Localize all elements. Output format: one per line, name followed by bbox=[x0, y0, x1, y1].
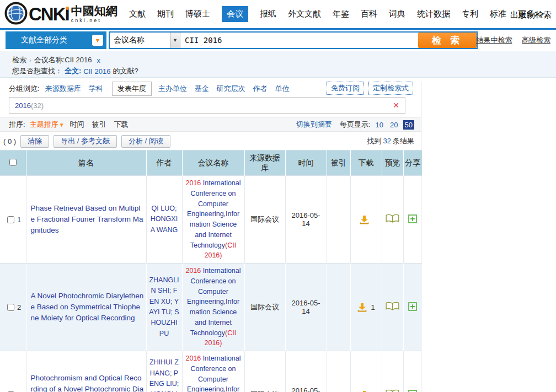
suggestion-prefix: 您是否想查找： bbox=[12, 66, 62, 76]
group-author[interactable]: 作者 bbox=[253, 84, 268, 94]
result-count-note: 找到32条结果 bbox=[367, 136, 414, 146]
free-subscribe-button[interactable]: 免费订阅 bbox=[327, 82, 364, 95]
group-year-selected[interactable]: 发表年度 bbox=[112, 82, 152, 96]
conference-link[interactable]: 2016 International Conference on Compute… bbox=[185, 179, 240, 259]
nav-dictionary[interactable]: 词典 bbox=[389, 9, 405, 19]
per-page-50-active[interactable]: 50 bbox=[403, 120, 414, 130]
cited-value bbox=[327, 176, 350, 264]
nav-encyclopedia[interactable]: 百科 bbox=[361, 9, 377, 19]
analyze-read-button[interactable]: 分析 / 阅读 bbox=[121, 135, 170, 148]
year-filter-box: 2016 (32) ✕ bbox=[9, 97, 405, 114]
paper-title-link[interactable]: A Novel Photochromic Diarylethene Based … bbox=[29, 291, 144, 324]
clear-selection-button[interactable]: 清除 bbox=[20, 135, 49, 148]
download-icon[interactable] bbox=[359, 215, 370, 224]
switch-to-summary-link[interactable]: 切换到摘要 bbox=[296, 120, 332, 130]
conference-link[interactable]: 2016 International Conference on Compute… bbox=[185, 267, 240, 347]
paper-title-link[interactable]: Photochromism and Optical Recording of a… bbox=[29, 373, 144, 392]
suggestion-term[interactable]: CII 2016 bbox=[83, 67, 110, 76]
paper-title-link[interactable]: Phase Retrieval Based on Multiple Fracti… bbox=[29, 203, 144, 237]
group-institution[interactable]: 单位 bbox=[275, 84, 290, 94]
group-research-level[interactable]: 研究层次 bbox=[217, 84, 245, 94]
download-icon[interactable] bbox=[357, 303, 367, 312]
row-checkbox[interactable] bbox=[7, 304, 14, 311]
nav-yearbooks[interactable]: 年鉴 bbox=[333, 9, 349, 19]
search-in-results-link[interactable]: 结果中检索 bbox=[476, 36, 512, 44]
download-icon[interactable] bbox=[359, 390, 370, 392]
search-bar: 文献全部分类 ▼ 会议名称 ▼ 检 索 结果中检索 高级检索 bbox=[0, 30, 556, 51]
nav-conferences-active[interactable]: 会议 bbox=[222, 6, 248, 22]
brand-dot bbox=[66, 7, 69, 10]
nav-literature[interactable]: 文献 bbox=[129, 9, 146, 19]
date-value: 2016-05-14 bbox=[285, 176, 327, 264]
publication-search-link[interactable]: 出版物检索 bbox=[500, 10, 552, 20]
advanced-search-link[interactable]: 高级检索 bbox=[522, 36, 550, 44]
sort-by-cited[interactable]: 被引 bbox=[92, 120, 106, 130]
category-dropdown[interactable]: 文献全部分类 ▼ bbox=[6, 31, 106, 49]
remove-filter-link[interactable]: x bbox=[97, 56, 100, 65]
top-nav: 文献 期刊 博硕士 会议 报纸 外文文献 年鉴 百科 词典 统计数据 专利 标准… bbox=[129, 6, 544, 22]
table-header-row: 篇名 作者 会议名称 来源数据库 时间 被引 下载 预览 分享 bbox=[0, 151, 422, 176]
cnki-chinese-name: 中國知網 bbox=[71, 5, 117, 18]
nav-statistics[interactable]: 统计数据 bbox=[417, 9, 450, 19]
breadcrumb-root[interactable]: 检索 bbox=[12, 55, 26, 65]
nav-foreign-literature[interactable]: 外文文献 bbox=[288, 9, 321, 19]
group-fund[interactable]: 基金 bbox=[195, 84, 209, 94]
custom-search-button[interactable]: 定制检索式 bbox=[368, 82, 413, 95]
col-time: 时间 bbox=[285, 151, 327, 176]
search-field-select[interactable]: 会议名称 ▼ bbox=[110, 33, 180, 48]
source-db-value: 国际会议 bbox=[244, 176, 285, 264]
cnki-globe-icon bbox=[4, 2, 28, 27]
result-suffix: 条结果 bbox=[393, 137, 414, 145]
chevron-down-icon[interactable]: ▼ bbox=[92, 35, 103, 46]
col-source-db: 来源数据库 bbox=[244, 151, 285, 176]
select-all-checkbox[interactable] bbox=[9, 159, 17, 166]
conference-link[interactable]: 2016 International Conference on Compute… bbox=[185, 355, 240, 392]
cnki-logo[interactable]: CNKI 中國知網 cnki.net bbox=[4, 2, 119, 27]
search-button[interactable]: 检 索 bbox=[418, 33, 477, 48]
group-source-db[interactable]: 来源数据库 bbox=[45, 84, 81, 94]
group-organizer[interactable]: 主办单位 bbox=[158, 84, 187, 94]
search-control: 会议名称 ▼ 检 索 bbox=[109, 31, 478, 49]
select-arrow-icon[interactable]: ▼ bbox=[170, 33, 180, 48]
col-preview: 预览 bbox=[382, 151, 403, 176]
col-title: 篇名 bbox=[26, 151, 146, 176]
nav-newspapers[interactable]: 报纸 bbox=[260, 9, 276, 19]
download-count: 1 bbox=[371, 303, 375, 312]
preview-book-icon[interactable] bbox=[386, 302, 399, 311]
group-browse-row: 分组浏览: 来源数据库 学科 发表年度 主办单位 基金 研究层次 作者 单位 免… bbox=[0, 82, 421, 96]
preview-book-icon[interactable] bbox=[386, 389, 399, 392]
authors-link[interactable]: QI LUO; HONGXIA WANG bbox=[151, 205, 178, 234]
group-subject[interactable]: 学科 bbox=[89, 84, 103, 94]
sort-bar: 排序: 主题排序 ▼ 时间 被引 下载 切换到摘要 每页显示: 10 20 50 bbox=[0, 117, 421, 132]
cited-value bbox=[327, 264, 350, 351]
preview-book-icon[interactable] bbox=[386, 214, 399, 223]
search-input[interactable] bbox=[180, 33, 418, 48]
suggestion-suffix: 的文献? bbox=[113, 66, 138, 76]
sort-direction-icon[interactable]: ▼ bbox=[59, 122, 65, 128]
breadcrumb-band: 检索 › 会议名称:CII 2016 x 您是否想查找： 全文: CII 201… bbox=[0, 51, 556, 78]
suggestion-fulltext-link[interactable]: 全文: bbox=[65, 66, 81, 76]
share-plus-icon[interactable] bbox=[408, 302, 417, 311]
per-page-10[interactable]: 10 bbox=[374, 120, 385, 130]
year-filter-value[interactable]: 2016 bbox=[15, 101, 31, 110]
sort-by-download[interactable]: 下载 bbox=[114, 120, 129, 130]
authors-link[interactable]: ZHIHUI ZHANG; PENG LIU; HONGLIANG LIU; S… bbox=[149, 358, 179, 392]
search-field-label: 会议名称 bbox=[114, 35, 145, 45]
nav-journals[interactable]: 期刊 bbox=[157, 9, 174, 19]
nav-theses[interactable]: 博硕士 bbox=[185, 9, 210, 19]
row-checkbox[interactable] bbox=[7, 216, 14, 223]
export-references-button[interactable]: 导出 / 参考文献 bbox=[54, 135, 117, 148]
group-browse-label: 分组浏览: bbox=[9, 84, 40, 94]
share-plus-icon[interactable] bbox=[408, 214, 417, 223]
per-page-20[interactable]: 20 bbox=[388, 120, 399, 130]
nav-patents[interactable]: 专利 bbox=[462, 9, 478, 19]
sort-by-topic[interactable]: 主题排序 bbox=[30, 120, 58, 130]
site-header: CNKI 中國知網 cnki.net 文献 期刊 博硕士 会议 报纸 外文文献 … bbox=[0, 0, 556, 30]
share-plus-icon[interactable] bbox=[408, 390, 417, 392]
col-cited: 被引 bbox=[327, 151, 350, 176]
date-value: 2016-05-14 bbox=[285, 264, 327, 351]
sort-by-time[interactable]: 时间 bbox=[70, 120, 84, 130]
authors-link[interactable]: ZHANGLIN SHI; FEN XU; YAYI TU; SHOUZHI P… bbox=[149, 276, 179, 337]
clear-year-filter-icon[interactable]: ✕ bbox=[393, 101, 399, 110]
result-prefix: 找到 bbox=[367, 137, 382, 145]
